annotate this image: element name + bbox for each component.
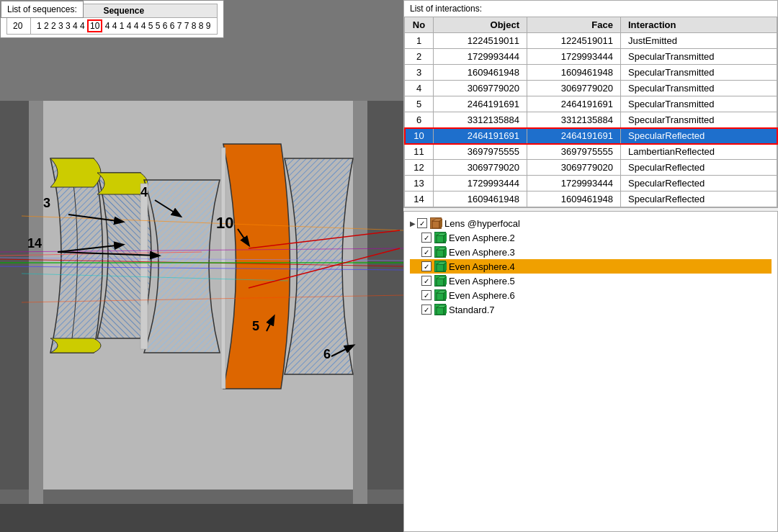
interaction-object: 3069779020 xyxy=(434,81,527,96)
interaction-row[interactable]: 1317299934441729993444SpecularReflected xyxy=(405,176,777,191)
tree-checkbox[interactable] xyxy=(421,290,432,300)
green-cube-icon xyxy=(434,289,446,301)
tree-checkbox[interactable] xyxy=(417,218,427,228)
brown-cube-icon xyxy=(430,217,442,229)
interaction-face: 2464191691 xyxy=(527,128,621,144)
interaction-face: 1224519011 xyxy=(527,33,621,49)
interaction-no: 3 xyxy=(405,65,434,81)
tree-item[interactable]: Even Asphere.4 xyxy=(410,259,772,274)
interaction-row[interactable]: 1136979755553697975555LambertianReflecte… xyxy=(405,144,777,160)
svg-rect-42 xyxy=(437,264,444,271)
interaction-object: 2464191691 xyxy=(434,96,527,112)
interaction-object: 3697975555 xyxy=(434,144,527,160)
right-panel: List of interactions: No Object Face Int… xyxy=(403,0,778,532)
interaction-row[interactable]: 112245190111224519011JustEmitted xyxy=(405,33,777,49)
tree-expand-icon[interactable]: ▶ xyxy=(410,220,416,227)
interaction-face: 1729993444 xyxy=(527,49,621,65)
green-cube-icon xyxy=(434,261,446,272)
svg-rect-10 xyxy=(0,490,403,504)
svg-rect-12 xyxy=(353,101,367,504)
col-header-no: No xyxy=(405,17,434,33)
interaction-no: 6 xyxy=(405,112,434,128)
interaction-object: 1729993444 xyxy=(434,176,527,191)
tree-item-label: Even Asphere.2 xyxy=(449,233,515,243)
tree-section: ▶ Lens @hyperfocal Even Asphere.2 Even A… xyxy=(403,211,778,532)
tree-item[interactable]: ▶ Lens @hyperfocal xyxy=(410,216,772,230)
left-panel: List of sequences: No Sequence 20 1 2 2 … xyxy=(0,0,403,532)
svg-rect-39 xyxy=(437,250,444,257)
tree-item-label: Even Asphere.3 xyxy=(449,247,515,258)
interaction-type: LambertianReflected xyxy=(621,144,777,160)
diagram-label-6: 6 xyxy=(323,347,331,362)
interactions-table: No Object Face Interaction 1122451901112… xyxy=(404,17,777,207)
col-header-face: Face xyxy=(527,17,621,33)
seq-part-before: 1 2 2 3 3 4 4 xyxy=(37,21,87,31)
interaction-type: SpecularTransmitted xyxy=(621,96,777,112)
interaction-row[interactable]: 316094619481609461948SpecularTransmitted xyxy=(405,65,777,81)
interaction-face: 3069779020 xyxy=(527,160,621,176)
interaction-row[interactable]: 524641916912464191691SpecularTransmitted xyxy=(405,96,777,112)
tree-checkbox[interactable] xyxy=(421,305,432,315)
lens-diagram xyxy=(0,0,403,532)
diagram-label-5: 5 xyxy=(252,319,259,334)
interaction-row[interactable]: 1416094619481609461948SpecularReflected xyxy=(405,191,777,207)
interaction-row[interactable]: 633121358843312135884SpecularTransmitted xyxy=(405,112,777,128)
tree-item[interactable]: Even Asphere.6 xyxy=(410,288,772,302)
interaction-object: 3069779020 xyxy=(434,160,527,176)
diagram-label-14: 14 xyxy=(27,236,42,251)
diagram-label-3: 3 xyxy=(43,196,50,211)
green-cube-icon xyxy=(434,304,446,315)
tree-checkbox[interactable] xyxy=(421,233,432,243)
tree-checkbox[interactable] xyxy=(421,276,432,286)
interaction-object: 2464191691 xyxy=(434,128,527,144)
seq-sequence-cell: 1 2 2 3 3 4 4 10 4 4 1 4 4 4 5 5 6 6 7 7… xyxy=(31,18,218,35)
interaction-row[interactable]: 430697790203069779020SpecularTransmitted xyxy=(405,81,777,96)
interaction-type: JustEmitted xyxy=(621,33,777,49)
tree-item[interactable]: Even Asphere.3 xyxy=(410,245,772,259)
tree-item-label: Even Asphere.4 xyxy=(449,261,515,272)
tree-checkbox[interactable] xyxy=(421,247,432,257)
tree-item[interactable]: Even Asphere.2 xyxy=(410,230,772,245)
interaction-type: SpecularTransmitted xyxy=(621,81,777,96)
col-header-interaction: Interaction xyxy=(621,17,777,33)
interaction-row[interactable]: 217299934441729993444SpecularTransmitted xyxy=(405,49,777,65)
interaction-row[interactable]: 1230697790203069779020SpecularReflected xyxy=(405,160,777,176)
interaction-object: 3312135884 xyxy=(434,112,527,128)
svg-rect-48 xyxy=(437,293,444,300)
interaction-face: 3069779020 xyxy=(527,81,621,96)
interaction-type: SpecularTransmitted xyxy=(621,65,777,81)
svg-rect-33 xyxy=(432,221,439,228)
interaction-no: 14 xyxy=(405,191,434,207)
interaction-object: 1609461948 xyxy=(434,191,527,207)
green-cube-icon xyxy=(434,275,446,287)
interaction-face: 3697975555 xyxy=(527,144,621,160)
svg-rect-13 xyxy=(140,184,148,349)
sequence-title: List of sequences: xyxy=(1,1,84,18)
tree-item-label: Lens @hyperfocal xyxy=(444,218,520,229)
tree-item-label: Even Asphere.6 xyxy=(449,290,515,301)
interaction-type: SpecularReflected xyxy=(621,191,777,207)
seq-part-after: 4 4 1 4 4 4 5 5 6 6 7 7 8 8 9 xyxy=(102,21,210,31)
interactions-title: List of interactions: xyxy=(404,1,777,17)
interaction-row[interactable]: 1024641916912464191691SpecularReflected xyxy=(405,128,777,144)
interaction-no: 10 xyxy=(405,128,434,144)
svg-rect-51 xyxy=(437,307,444,315)
tree-checkbox[interactable] xyxy=(421,261,432,271)
interaction-object: 1609461948 xyxy=(434,65,527,81)
green-cube-icon xyxy=(434,246,446,258)
interaction-object: 1224519011 xyxy=(434,33,527,49)
interaction-face: 3312135884 xyxy=(527,112,621,128)
interactions-section: List of interactions: No Object Face Int… xyxy=(403,0,778,208)
interaction-no: 4 xyxy=(405,81,434,96)
tree-item[interactable]: Even Asphere.5 xyxy=(410,274,772,288)
tree-item[interactable]: Standard.7 xyxy=(410,302,772,317)
green-cube-icon xyxy=(434,232,446,243)
svg-rect-45 xyxy=(437,279,444,286)
interaction-no: 11 xyxy=(405,144,434,160)
diagram-label-4: 4 xyxy=(140,185,148,200)
seq-highlight: 10 xyxy=(87,19,102,32)
sequence-box: List of sequences: No Sequence 20 1 2 2 … xyxy=(0,0,224,38)
interaction-object: 1729993444 xyxy=(434,49,527,65)
interaction-no: 5 xyxy=(405,96,434,112)
svg-rect-36 xyxy=(437,235,444,243)
